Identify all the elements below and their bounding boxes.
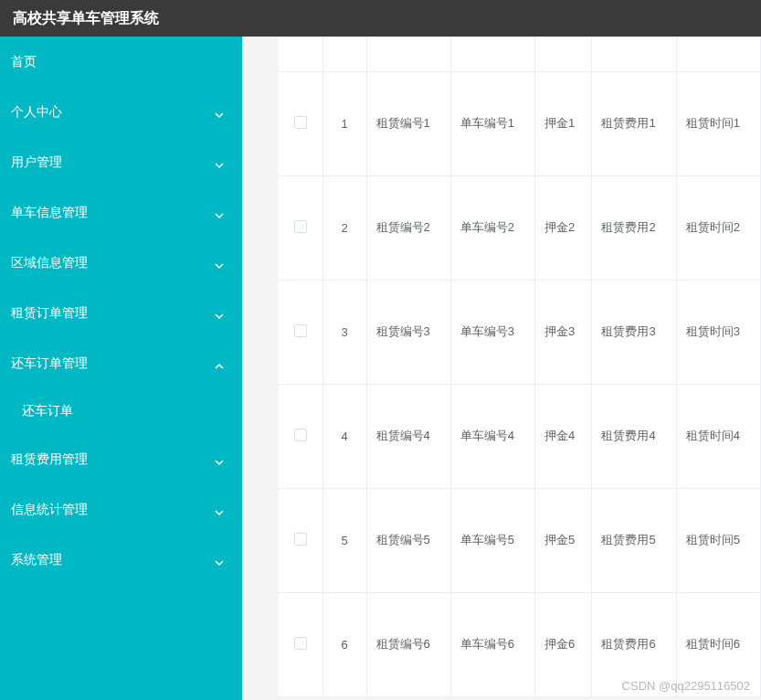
data-cell: 租赁编号5 (366, 488, 450, 592)
data-cell: 租赁费用4 (592, 384, 676, 488)
sidebar-item-7[interactable]: 租赁费用管理 (0, 434, 242, 484)
sidebar-item-9[interactable]: 系统管理 (0, 535, 242, 585)
app-header: 高校共享单车管理系统 (0, 0, 761, 37)
row-checkbox[interactable] (294, 637, 307, 650)
seq-cell: 6 (322, 592, 366, 696)
sidebar-item-label: 系统管理 (11, 552, 62, 568)
data-cell: 单车编号3 (450, 280, 534, 384)
sidebar-item-label: 还车订单管理 (11, 355, 88, 372)
checkbox-cell (279, 592, 322, 696)
app-title: 高校共享单车管理系统 (13, 9, 159, 28)
seq-cell: 1 (322, 71, 366, 175)
table-row: 2租赁编号2单车编号2押金2租赁费用2租赁时间2 (279, 175, 761, 280)
row-checkbox[interactable] (294, 324, 307, 337)
data-cell: 押金4 (535, 384, 592, 488)
checkbox-cell (279, 71, 322, 175)
chevron-down-icon (215, 108, 224, 117)
sidebar-item-label: 个人中心 (11, 104, 62, 121)
sidebar-item-label: 租赁费用管理 (11, 451, 88, 468)
sidebar-item-label: 区域信息管理 (11, 255, 88, 271)
sidebar-item-label: 单车信息管理 (11, 205, 88, 221)
chevron-down-icon (215, 208, 224, 217)
chevron-down-icon (215, 505, 224, 514)
data-cell: 押金5 (535, 488, 592, 592)
data-cell: 租赁时间5 (676, 488, 760, 592)
sidebar-item-3[interactable]: 单车信息管理 (0, 187, 242, 238)
sidebar-item-1[interactable]: 个人中心 (0, 87, 242, 137)
data-cell: 押金1 (535, 71, 592, 175)
sidebar-item-2[interactable]: 用户管理 (0, 137, 242, 187)
data-cell: 租赁时间4 (676, 384, 760, 488)
data-cell: 单车编号5 (450, 488, 534, 592)
row-checkbox[interactable] (294, 429, 307, 441)
table-row: 5租赁编号5单车编号5押金5租赁费用5租赁时间5 (279, 488, 761, 592)
row-checkbox[interactable] (294, 116, 307, 129)
data-cell: 单车编号2 (450, 175, 534, 280)
table-row: 3租赁编号3单车编号3押金3租赁费用3租赁时间3 (279, 280, 761, 384)
data-cell: 单车编号1 (450, 71, 534, 175)
data-cell: 押金3 (535, 280, 592, 384)
table-header-row (279, 37, 761, 71)
sidebar-item-0[interactable]: 首页 (0, 37, 242, 87)
header-cell (676, 37, 760, 71)
sidebar-item-8[interactable]: 信息统计管理 (0, 484, 242, 535)
data-cell: 租赁编号1 (366, 71, 450, 175)
table-wrap: 1租赁编号1单车编号1押金1租赁费用1租赁时间12租赁编号2单车编号2押金2租赁… (279, 37, 761, 697)
sidebar: 首页个人中心用户管理单车信息管理区域信息管理租赁订单管理还车订单管理还车订单租赁… (0, 37, 242, 700)
data-cell: 租赁费用1 (592, 71, 676, 175)
data-cell: 租赁时间2 (676, 175, 760, 280)
sidebar-item-label: 租赁订单管理 (11, 305, 88, 322)
chevron-down-icon (215, 309, 224, 318)
data-cell: 租赁费用5 (592, 488, 676, 592)
data-cell: 租赁编号3 (366, 280, 450, 384)
sidebar-item-5[interactable]: 租赁订单管理 (0, 288, 242, 338)
table-row: 4租赁编号4单车编号4押金4租赁费用4租赁时间4 (279, 384, 761, 488)
header-cell (322, 37, 366, 71)
data-cell: 押金6 (535, 592, 592, 696)
seq-cell: 5 (322, 488, 366, 592)
chevron-down-icon (215, 455, 224, 464)
data-table: 1租赁编号1单车编号1押金1租赁费用1租赁时间12租赁编号2单车编号2押金2租赁… (279, 37, 761, 697)
content-area: 1租赁编号1单车编号1押金1租赁费用1租赁时间12租赁编号2单车编号2押金2租赁… (242, 37, 761, 700)
chevron-down-icon (215, 556, 224, 565)
header-cell (279, 37, 322, 71)
sidebar-item-label: 首页 (11, 54, 37, 70)
seq-cell: 2 (322, 175, 366, 280)
sidebar-item-label: 信息统计管理 (11, 502, 88, 518)
row-checkbox[interactable] (294, 533, 307, 546)
table-row: 1租赁编号1单车编号1押金1租赁费用1租赁时间1 (279, 71, 761, 175)
seq-cell: 4 (322, 384, 366, 488)
chevron-down-icon (215, 158, 224, 167)
sidebar-item-6[interactable]: 还车订单管理 (0, 338, 242, 388)
data-cell: 租赁时间3 (676, 280, 760, 384)
header-cell (366, 37, 450, 71)
watermark: CSDN @qq2295116502 (622, 679, 750, 693)
chevron-up-icon (215, 359, 224, 368)
row-checkbox[interactable] (294, 220, 307, 233)
checkbox-cell (279, 488, 322, 592)
sidebar-subitem-6-0[interactable]: 还车订单 (0, 388, 242, 434)
header-cell (450, 37, 534, 71)
sidebar-item-label: 用户管理 (11, 154, 62, 171)
data-cell: 押金2 (535, 175, 592, 280)
data-cell: 租赁编号6 (366, 592, 450, 696)
data-cell: 单车编号4 (450, 384, 534, 488)
header-cell (535, 37, 592, 71)
data-cell: 单车编号6 (450, 592, 534, 696)
main-container: 首页个人中心用户管理单车信息管理区域信息管理租赁订单管理还车订单管理还车订单租赁… (0, 37, 761, 700)
data-cell: 租赁费用2 (592, 175, 676, 280)
header-cell (592, 37, 676, 71)
checkbox-cell (279, 384, 322, 488)
checkbox-cell (279, 175, 322, 280)
seq-cell: 3 (322, 280, 366, 384)
data-cell: 租赁编号2 (366, 175, 450, 280)
data-cell: 租赁费用3 (592, 280, 676, 384)
sidebar-item-4[interactable]: 区域信息管理 (0, 238, 242, 288)
chevron-down-icon (215, 259, 224, 268)
data-cell: 租赁编号4 (366, 384, 450, 488)
data-cell: 租赁时间1 (676, 71, 760, 175)
checkbox-cell (279, 280, 322, 384)
